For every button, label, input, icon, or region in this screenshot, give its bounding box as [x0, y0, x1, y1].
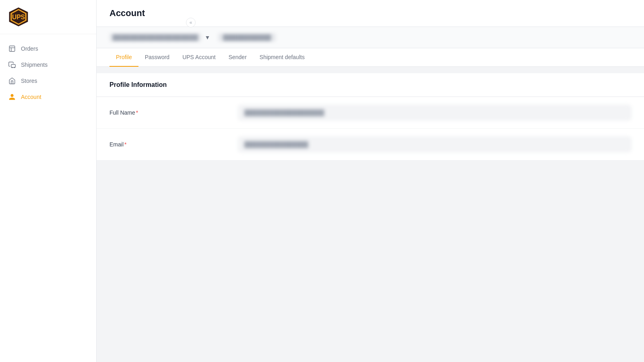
tab-ups-account[interactable]: UPS Account [176, 48, 222, 67]
page-title: Account [109, 8, 631, 19]
tab-password[interactable]: Password [138, 48, 176, 67]
form-rows: Full Name* ████████████████████ Email* █… [97, 97, 644, 160]
tab-sender[interactable]: Sender [222, 48, 253, 67]
shipments-icon [8, 61, 16, 69]
account-card: ████████████████████ ▼ ████████████ Prof… [97, 27, 644, 67]
sidebar-item-label-shipments: Shipments [21, 62, 47, 68]
email-label: Email* [109, 141, 238, 148]
account-selector-text: ████████████████████ [109, 33, 201, 41]
required-star-name: * [136, 109, 138, 116]
tab-shipment-defaults[interactable]: Shipment defaults [253, 48, 311, 67]
tab-profile[interactable]: Profile [109, 48, 138, 67]
tabs-bar: Profile Password UPS Account Sender Ship… [97, 48, 644, 67]
account-sub-label: ████████████ [218, 33, 276, 41]
full-name-row: Full Name* ████████████████████ [97, 97, 644, 129]
profile-section-header: Profile Information [97, 73, 644, 97]
account-selector-bar: ████████████████████ ▼ ████████████ [97, 27, 644, 48]
main-content: Account ████████████████████ ▼ █████████… [97, 0, 644, 362]
orders-icon [8, 45, 16, 53]
email-field[interactable]: ████████████████ [238, 137, 631, 152]
sidebar-nav: Orders Shipments Stores [0, 34, 96, 362]
required-star-email: * [124, 141, 126, 148]
sidebar-item-label-account: Account [21, 94, 41, 100]
stores-icon [8, 77, 16, 85]
sidebar: UPS Orders [0, 0, 97, 362]
sidebar-collapse-button[interactable]: « [186, 18, 196, 27]
sidebar-item-account[interactable]: Account [0, 89, 96, 105]
sidebar-item-shipments[interactable]: Shipments [0, 57, 96, 73]
logo-area: UPS [0, 0, 96, 34]
full-name-field[interactable]: ████████████████████ [238, 105, 631, 120]
svg-text:UPS: UPS [12, 14, 25, 21]
email-row: Email* ████████████████ [97, 129, 644, 160]
sidebar-item-label-stores: Stores [21, 78, 37, 84]
sidebar-item-stores[interactable]: Stores [0, 73, 96, 89]
content-area: ████████████████████ ▼ ████████████ Prof… [97, 27, 644, 362]
sidebar-item-orders[interactable]: Orders [0, 41, 96, 57]
full-name-label: Full Name* [109, 109, 238, 116]
account-icon [8, 93, 16, 101]
svg-rect-3 [9, 46, 15, 51]
page-header: Account [97, 0, 644, 27]
account-selector-display[interactable]: ████████████████████ ▼ [109, 33, 210, 41]
ups-logo: UPS [8, 6, 29, 27]
profile-section: Profile Information Full Name* █████████… [97, 73, 644, 160]
collapse-icon: « [190, 20, 192, 25]
chevron-down-icon: ▼ [204, 34, 210, 41]
sidebar-item-label-orders: Orders [21, 45, 38, 52]
